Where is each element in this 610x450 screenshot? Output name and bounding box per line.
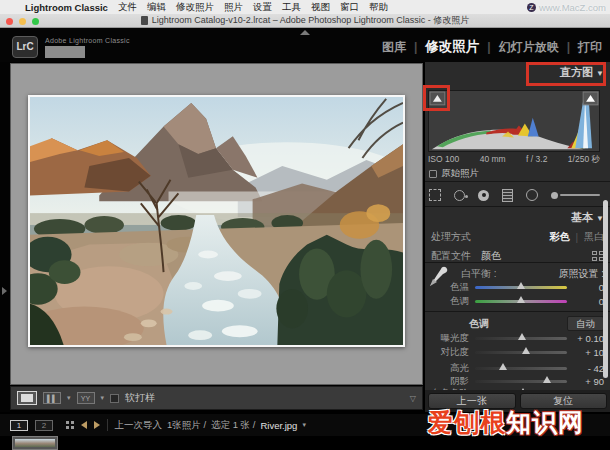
filmstrip-status[interactable]: 上一次导入 1张照片 / 选定 1 张 / River.jpg ▾	[115, 419, 306, 432]
original-photo-icon	[429, 170, 437, 178]
temp-slider-row: 色温 0	[431, 281, 604, 293]
contrast-slider-handle[interactable]	[522, 347, 530, 354]
treatment-color[interactable]: 彩色	[549, 230, 569, 244]
macos-menubar: Lightroom Classic 文件 编辑 修改照片 照片 设置 工具 视图…	[0, 0, 610, 14]
profile-label: 配置文件	[431, 249, 471, 263]
contrast-value[interactable]: + 10	[585, 347, 604, 358]
chevron-down-icon[interactable]: ▾	[101, 394, 105, 402]
treatment-bw[interactable]: 黑白	[584, 230, 604, 244]
menu-window[interactable]: 窗口	[340, 1, 359, 14]
develop-right-panel: 直方图 ▼ ISO 100	[425, 62, 610, 410]
exif-focal: 40 mm	[480, 154, 506, 166]
watermark-red-text: 爱刨根	[428, 408, 506, 436]
exif-info: ISO 100 40 mm f / 3.2 1/250 秒	[428, 154, 600, 166]
chevron-down-icon[interactable]: ▾	[302, 421, 306, 429]
tool-strip	[429, 184, 605, 206]
menu-file[interactable]: 文件	[118, 1, 137, 14]
window-titlebar[interactable]: Lightroom Catalog-v10-2.lrcat – Adobe Ph…	[0, 14, 610, 28]
menu-app-name[interactable]: Lightroom Classic	[25, 2, 108, 13]
adjustment-brush-icon[interactable]	[551, 192, 600, 199]
auto-tone-button[interactable]: 自动	[567, 316, 604, 331]
spot-removal-icon[interactable]	[454, 190, 465, 201]
temp-slider-handle[interactable]	[517, 282, 525, 289]
minimize-window-button[interactable]	[19, 18, 26, 25]
lightroom-window: Lightroom Classic 文件 编辑 修改照片 照片 设置 工具 视图…	[0, 0, 610, 450]
previous-photo-icon[interactable]	[81, 421, 87, 429]
second-window-button[interactable]: 2	[35, 420, 53, 431]
treatment-separator: |	[575, 232, 578, 243]
menu-tools[interactable]: 工具	[282, 1, 301, 14]
before-after-lr-icon[interactable]: ▌▌	[43, 392, 61, 404]
soft-proof-label: 软打样	[125, 391, 155, 405]
basic-panel-header[interactable]: 基本 ▼	[425, 210, 604, 225]
left-panel-expand-icon[interactable]	[2, 287, 7, 295]
tint-slider[interactable]	[475, 300, 567, 303]
module-develop[interactable]: 修改照片	[425, 38, 479, 56]
chevron-down-icon[interactable]: ▾	[67, 394, 71, 402]
highlights-value[interactable]: - 42	[588, 363, 604, 374]
status-count: 1张照片 /	[167, 419, 206, 432]
thumbnail-image	[15, 439, 55, 447]
menu-help[interactable]: 帮助	[369, 1, 388, 14]
treatment-label: 处理方式	[431, 230, 471, 244]
menu-edit[interactable]: 编辑	[147, 1, 166, 14]
wb-label: 白平衡 :	[461, 267, 497, 281]
shadows-slider-handle[interactable]	[543, 376, 551, 383]
wb-value[interactable]: 原照设置 :	[558, 267, 604, 281]
tint-slider-handle[interactable]	[517, 296, 525, 303]
exposure-label: 曝光度	[431, 332, 475, 345]
loupe-view-icon[interactable]	[17, 391, 37, 405]
module-separator: |	[487, 40, 490, 54]
panel-scrollbar[interactable]	[603, 200, 608, 378]
contrast-slider[interactable]	[475, 351, 567, 354]
radial-filter-icon[interactable]	[526, 189, 538, 201]
red-eye-icon[interactable]	[478, 190, 489, 201]
grid-view-icon[interactable]	[66, 421, 74, 429]
main-photo[interactable]	[28, 95, 405, 347]
highlights-slider[interactable]	[475, 367, 567, 370]
module-print[interactable]: 打印	[578, 39, 602, 56]
site-watermark: 爱刨根知识网	[428, 406, 584, 439]
toolbar-options-icon[interactable]: ▽	[410, 394, 416, 403]
shadows-value[interactable]: + 90	[585, 376, 604, 387]
menu-view[interactable]: 视图	[311, 1, 330, 14]
next-photo-icon[interactable]	[94, 421, 100, 429]
menu-photo[interactable]: 照片	[224, 1, 243, 14]
graduated-filter-icon[interactable]	[502, 189, 513, 202]
tint-slider-row: 色调 0	[431, 295, 604, 307]
original-photo-label: 原始照片	[441, 167, 479, 180]
macz-badge-icon: Z	[527, 3, 536, 12]
exif-shutter: 1/250 秒	[568, 154, 600, 166]
exposure-slider[interactable]	[475, 337, 567, 340]
crop-tool-icon[interactable]	[429, 189, 441, 201]
histogram[interactable]	[428, 90, 600, 152]
main-window-button[interactable]: 1	[10, 420, 28, 431]
original-photo-row[interactable]: 原始照片	[429, 167, 479, 180]
top-panel-collapse-icon[interactable]	[300, 30, 310, 35]
module-slideshow[interactable]: 幻灯片放映	[499, 39, 559, 56]
left-panel-collapsed[interactable]	[0, 62, 10, 412]
before-after-tb-icon[interactable]: YY	[77, 392, 95, 404]
profile-value[interactable]: 颜色	[481, 249, 501, 263]
window-title: Lightroom Catalog-v10-2.lrcat – Adobe Ph…	[152, 14, 470, 27]
exposure-value[interactable]: + 0.10	[577, 333, 604, 344]
shadows-slider[interactable]	[475, 380, 567, 383]
watermark-white-text: 知识网	[506, 408, 584, 436]
wb-row: 白平衡 : 原照设置 :	[461, 267, 604, 281]
apple-menu-icon[interactable]	[8, 3, 17, 12]
menu-develop[interactable]: 修改照片	[176, 1, 214, 14]
identity-plate	[45, 46, 85, 58]
profile-row: 配置文件 颜色	[431, 249, 604, 263]
close-window-button[interactable]	[6, 18, 13, 25]
tone-header-row: 色调 自动	[431, 316, 604, 331]
highlights-slider-handle[interactable]	[499, 363, 507, 370]
zoom-window-button[interactable]	[32, 18, 39, 25]
exposure-slider-handle[interactable]	[518, 333, 526, 340]
filmstrip-thumbnail[interactable]	[12, 436, 58, 450]
temp-slider[interactable]	[475, 286, 567, 289]
photo-canvas	[10, 63, 423, 385]
soft-proof-checkbox[interactable]	[110, 394, 119, 403]
filmstrip-separator	[107, 419, 108, 431]
menu-settings[interactable]: 设置	[253, 1, 272, 14]
module-library[interactable]: 图库	[382, 39, 406, 56]
